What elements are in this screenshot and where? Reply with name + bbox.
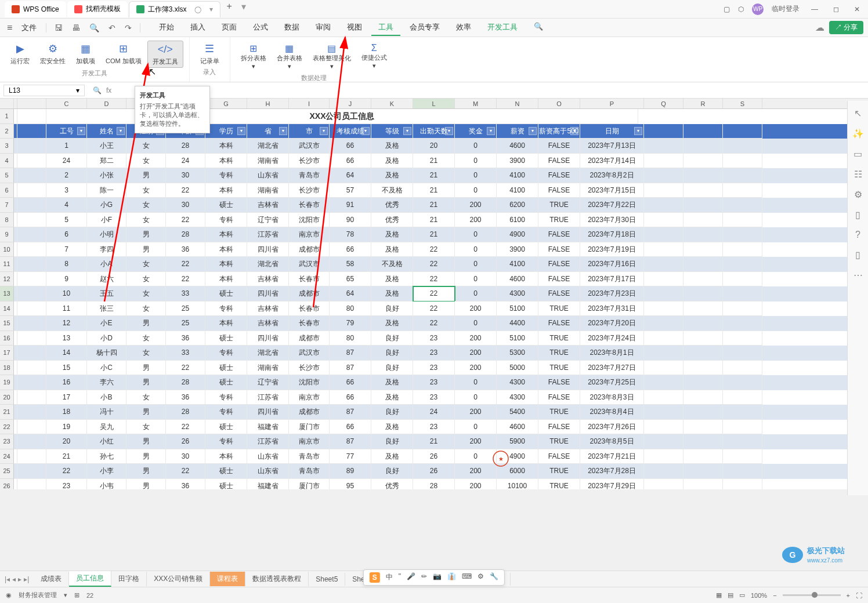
header-cell[interactable] xyxy=(644,124,683,139)
col-header[interactable]: R xyxy=(683,99,723,108)
cell[interactable] xyxy=(17,183,46,198)
cell[interactable] xyxy=(723,361,762,376)
cell[interactable] xyxy=(723,434,762,449)
cell[interactable] xyxy=(723,257,762,272)
cell[interactable]: 200 xyxy=(455,346,497,361)
cell[interactable]: 小明 xyxy=(87,227,126,242)
cell[interactable]: 22 xyxy=(166,183,205,198)
cell[interactable]: 女 xyxy=(126,331,166,346)
cell[interactable] xyxy=(723,390,762,405)
cell[interactable]: 专科 xyxy=(205,302,247,317)
cell[interactable]: 女 xyxy=(126,286,166,302)
cell[interactable] xyxy=(17,434,46,449)
cell[interactable] xyxy=(683,479,723,490)
cell[interactable]: 小F xyxy=(87,213,126,228)
cell[interactable] xyxy=(17,346,46,361)
cell[interactable]: 66 xyxy=(330,154,371,169)
row-header[interactable]: 18 xyxy=(0,361,14,376)
cell[interactable]: 山东省 xyxy=(247,464,289,479)
cell[interactable] xyxy=(723,302,762,317)
cell[interactable]: 22 xyxy=(166,420,205,435)
cell[interactable]: 23 xyxy=(413,375,455,390)
cell[interactable]: TRUE xyxy=(538,346,580,361)
cell[interactable]: 57 xyxy=(330,183,371,198)
cell[interactable]: 23 xyxy=(413,331,455,346)
cell[interactable]: 6200 xyxy=(497,198,538,213)
cell[interactable] xyxy=(17,361,46,376)
cell[interactable]: 64 xyxy=(330,168,371,183)
tab-start[interactable]: 开始 xyxy=(152,20,181,36)
col-header[interactable]: G xyxy=(205,99,247,108)
cell[interactable]: 4900 xyxy=(497,227,538,242)
ime-tool-icon[interactable]: 🔧 xyxy=(490,572,498,583)
cell[interactable]: 22 xyxy=(166,464,205,479)
cell[interactable]: 0 xyxy=(455,139,497,154)
cell[interactable]: 良好 xyxy=(371,434,413,449)
cell[interactable]: 长春市 xyxy=(289,272,330,287)
cell[interactable]: 80 xyxy=(330,302,371,317)
cell[interactable]: 湖北省 xyxy=(247,346,289,361)
cell[interactable]: 24 xyxy=(46,154,87,169)
cell[interactable]: 21 xyxy=(413,183,455,198)
cell[interactable] xyxy=(17,272,46,287)
cell[interactable]: 7 xyxy=(46,242,87,257)
cell[interactable]: 28 xyxy=(413,479,455,490)
cell[interactable] xyxy=(683,361,723,376)
row-header[interactable]: 8 xyxy=(0,213,14,228)
merge-table-button[interactable]: ▦合并表格▾ xyxy=(272,41,307,72)
cell[interactable]: 武汉市 xyxy=(289,346,330,361)
cell[interactable]: 专科 xyxy=(205,405,247,420)
tab-insert[interactable]: 插入 xyxy=(183,20,212,36)
cell[interactable]: 小韦 xyxy=(87,479,126,490)
cell[interactable]: TRUE xyxy=(538,213,580,228)
cell[interactable]: 2023年7月23日 xyxy=(580,286,644,302)
cell[interactable]: 25 xyxy=(166,316,205,331)
cell[interactable]: 小A xyxy=(87,257,126,272)
cell[interactable]: 0 xyxy=(455,449,497,464)
cell[interactable]: 2023年7月26日 xyxy=(580,420,644,435)
cell[interactable]: 2023年7月22日 xyxy=(580,198,644,213)
cell[interactable] xyxy=(17,331,46,346)
grid[interactable]: 1XXX公司员工信息2工号▾姓名▾性别▾年龄▾学历▾省▾市▾考核成绩▾等级▾出勤… xyxy=(0,109,868,489)
cell[interactable]: 武汉市 xyxy=(289,257,330,272)
cell[interactable]: 5400 xyxy=(497,405,538,420)
cell[interactable]: 5 xyxy=(46,213,87,228)
cell[interactable]: 200 xyxy=(455,479,497,490)
view-page-icon[interactable]: ▤ xyxy=(728,591,733,599)
cell[interactable] xyxy=(723,272,762,287)
cell[interactable] xyxy=(723,405,762,420)
cell[interactable]: 小D xyxy=(87,331,126,346)
cell[interactable]: 36 xyxy=(166,479,205,490)
cell[interactable]: 22 xyxy=(413,242,455,257)
cell[interactable]: 小B xyxy=(87,390,126,405)
cell[interactable]: 200 xyxy=(455,361,497,376)
cell[interactable]: 王五 xyxy=(87,286,126,302)
add-tab-button[interactable]: + xyxy=(222,1,236,17)
cell[interactable]: 200 xyxy=(455,331,497,346)
cell[interactable]: FALSE xyxy=(538,257,580,272)
cell[interactable]: TRUE xyxy=(538,302,580,317)
cell[interactable]: 辽宁省 xyxy=(247,213,289,228)
filter-icon[interactable]: ▾ xyxy=(634,127,642,135)
cell[interactable] xyxy=(17,242,46,257)
cell[interactable]: 男 xyxy=(126,375,166,390)
col-header[interactable]: D xyxy=(87,99,126,108)
sheet-tab-colored[interactable]: 课程表 xyxy=(210,572,245,586)
cell[interactable] xyxy=(683,286,723,302)
cell[interactable]: 66 xyxy=(330,139,371,154)
cell[interactable]: 小王 xyxy=(87,139,126,154)
cell[interactable]: 2023年7月21日 xyxy=(580,449,644,464)
share-button[interactable]: ↗ 分享 xyxy=(829,21,863,34)
redo-icon[interactable]: ↷ xyxy=(121,23,135,32)
filter-icon[interactable]: ▾ xyxy=(570,127,578,135)
cell[interactable]: 赵六 xyxy=(87,272,126,287)
cell[interactable]: 江苏省 xyxy=(247,227,289,242)
close-icon[interactable]: ✕ xyxy=(851,5,863,13)
cell[interactable]: 本科 xyxy=(205,154,247,169)
cell[interactable]: 200 xyxy=(455,464,497,479)
avatar[interactable]: WP xyxy=(752,3,764,15)
row-header[interactable]: 10 xyxy=(0,242,14,257)
cell[interactable]: 4600 xyxy=(497,272,538,287)
row-header[interactable]: 15 xyxy=(0,316,14,331)
header-cell[interactable]: 学历▾ xyxy=(205,124,247,139)
